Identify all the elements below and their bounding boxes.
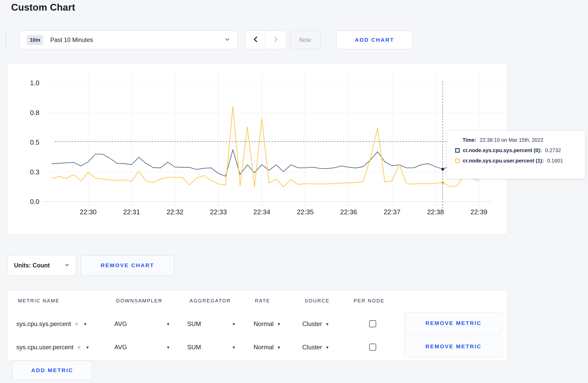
tooltip-time-label: Time: <box>463 137 476 143</box>
metric-dropdown-icon[interactable]: ▼ <box>83 322 87 326</box>
time-range-label: Past 10 Minutes <box>50 37 93 44</box>
col-header-downsampler: DOWNSAMPLER <box>116 298 162 304</box>
now-button[interactable]: Now <box>290 31 320 49</box>
svg-text:22:31: 22:31 <box>123 208 140 216</box>
svg-text:0.8: 0.8 <box>30 109 39 117</box>
col-header-source: SOURCE <box>305 298 330 304</box>
aggregator-select[interactable]: SUM▼ <box>187 312 236 336</box>
chevron-down-icon: ▼ <box>232 322 236 326</box>
time-range-select[interactable]: 10m Past 10 Minutes <box>19 31 238 49</box>
svg-text:22:35: 22:35 <box>297 208 314 216</box>
time-range-badge: 10m <box>27 35 43 45</box>
svg-text:0.3: 0.3 <box>30 168 39 176</box>
metric-name: sys.cpu.user.percent <box>16 344 73 351</box>
svg-text:0.0: 0.0 <box>30 198 39 205</box>
tooltip-time-value: 22:38:10 on Mar 15th, 2022 <box>480 137 543 143</box>
metrics-table: METRIC NAME DOWNSAMPLER AGGREGATOR RATE … <box>8 290 507 360</box>
timeseries-chart[interactable]: 0.00.30.50.81.022:3022:3122:3222:3322:34… <box>8 64 507 235</box>
col-header-metric-name: METRIC NAME <box>18 298 60 304</box>
aggregator-select[interactable]: SUM▼ <box>187 336 236 359</box>
series-user-swatch-icon <box>455 159 460 163</box>
downsampler-select[interactable]: AVG▼ <box>114 312 170 336</box>
series-sys-swatch-icon <box>455 148 460 153</box>
chevron-down-icon: ▼ <box>166 345 170 349</box>
chart-card: 0.00.30.50.81.022:3022:3122:3222:3322:34… <box>8 64 507 234</box>
units-label: Units: Count <box>14 262 50 269</box>
chevron-right-icon <box>273 36 279 44</box>
table-row: sys.cpu.sys.percent × ▼ AVG▼ SUM▼ Normal… <box>8 312 507 336</box>
source-select[interactable]: Cluster▼ <box>302 312 329 336</box>
per-node-checkbox[interactable] <box>369 344 376 351</box>
tooltip-series-user-name: cr.node.sys.cpu.user.percent (1): <box>463 158 544 164</box>
remove-metric-x-icon[interactable]: × <box>77 344 81 351</box>
chevron-down-icon: ▼ <box>232 345 236 349</box>
units-select[interactable]: Units: Count <box>8 255 76 275</box>
table-row: sys.cpu.user.percent × ▼ AVG▼ SUM▼ Norma… <box>8 336 507 359</box>
svg-text:22:34: 22:34 <box>253 208 270 216</box>
svg-text:22:30: 22:30 <box>80 208 96 216</box>
remove-metric-button[interactable]: REMOVE METRIC <box>404 336 502 357</box>
svg-text:22:36: 22:36 <box>340 208 357 216</box>
chart-tooltip: Time: 22:38:10 on Mar 15th, 2022 cr.node… <box>447 131 585 179</box>
toolbar-left-divider <box>6 31 6 50</box>
svg-text:22:38: 22:38 <box>427 208 444 216</box>
chevron-down-icon: ▼ <box>277 345 281 349</box>
svg-text:22:39: 22:39 <box>471 208 487 216</box>
prev-time-button[interactable] <box>246 31 266 49</box>
tooltip-series-user-value: 0.1601 <box>547 158 563 164</box>
svg-text:22:32: 22:32 <box>166 208 183 216</box>
per-node-checkbox[interactable] <box>369 320 376 327</box>
col-header-aggregator: AGGREGATOR <box>190 298 231 304</box>
remove-metric-x-icon[interactable]: × <box>75 321 79 327</box>
add-metric-button[interactable]: ADD METRIC <box>12 361 92 380</box>
remove-metric-button[interactable]: REMOVE METRIC <box>404 312 502 334</box>
svg-text:22:37: 22:37 <box>384 208 401 216</box>
rate-select[interactable]: Normal▼ <box>254 336 281 359</box>
add-chart-button[interactable]: ADD CHART <box>336 31 413 49</box>
chevron-down-icon: ▼ <box>277 322 281 326</box>
chevron-down-icon <box>225 37 230 43</box>
time-nav-group <box>245 31 286 49</box>
svg-text:0.5: 0.5 <box>30 138 39 146</box>
tooltip-series-sys-name: cr.node.sys.cpu.sys.percent (0): <box>463 147 542 153</box>
downsampler-select[interactable]: AVG▼ <box>114 336 170 359</box>
rate-select[interactable]: Normal▼ <box>254 312 281 336</box>
chevron-down-icon <box>65 262 69 269</box>
metric-name: sys.cpu.sys.percent <box>16 320 71 328</box>
source-select[interactable]: Cluster▼ <box>302 336 329 359</box>
chevron-down-icon: ▼ <box>325 322 329 326</box>
tooltip-series-sys-value: 0.2732 <box>545 147 561 153</box>
metric-dropdown-icon[interactable]: ▼ <box>86 345 89 349</box>
remove-chart-button[interactable]: REMOVE CHART <box>81 255 174 275</box>
col-header-rate: RATE <box>255 298 270 304</box>
chevron-left-icon <box>253 36 259 44</box>
svg-text:1.0: 1.0 <box>30 79 39 87</box>
next-time-button[interactable] <box>266 31 286 49</box>
chevron-down-icon: ▼ <box>166 322 170 326</box>
chevron-down-icon: ▼ <box>325 345 329 349</box>
col-header-per-node: PER NODE <box>354 298 384 304</box>
page-title: Custom Chart <box>11 2 75 13</box>
svg-text:22:33: 22:33 <box>210 208 227 216</box>
